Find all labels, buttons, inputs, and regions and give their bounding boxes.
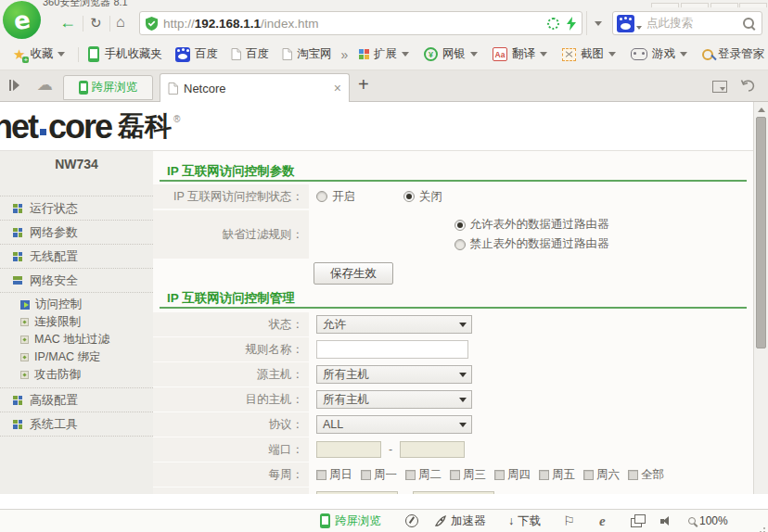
checkbox-icon[interactable] <box>405 470 416 480</box>
port-from-input[interactable] <box>316 441 381 458</box>
page-icon[interactable] <box>231 48 241 60</box>
mobile-favorites-icon[interactable] <box>88 46 99 62</box>
checkbox-icon[interactable] <box>628 470 638 480</box>
weekday-monday[interactable]: 周一 <box>361 467 397 483</box>
search-box[interactable]: 点此搜索 <box>612 11 762 35</box>
checkbox-icon[interactable] <box>539 470 549 480</box>
checkbox-icon[interactable] <box>316 470 326 480</box>
dst-host-select[interactable]: 所有主机 <box>316 390 472 409</box>
speedup-lightning-icon[interactable] <box>567 17 576 31</box>
refresh-icon[interactable]: ↻ <box>90 15 102 32</box>
favorites-star-icon[interactable]: ★ <box>13 46 25 63</box>
back-icon[interactable]: ← <box>59 13 76 32</box>
checkbox-icon[interactable] <box>450 470 460 480</box>
toolbar-banking[interactable]: ¥ 网银 <box>424 46 481 62</box>
toolbar-login-manager[interactable]: 登录管家 <box>702 46 764 62</box>
url-history-dropdown[interactable] <box>586 11 609 35</box>
weekday-tuesday[interactable]: 周二 <box>405 467 442 483</box>
radio-icon[interactable] <box>316 191 327 202</box>
radio-option-deny[interactable]: 禁止表外的数据通过路由器 <box>454 236 609 252</box>
url-field[interactable]: http://192.168.1.1/index.htm <box>139 11 582 35</box>
statusbar-download[interactable]: ↓ 下载 <box>508 510 541 532</box>
statusbar-accelerator[interactable]: 加速器 <box>434 510 486 532</box>
page-icon[interactable] <box>282 48 292 60</box>
sidebar-item-network-security[interactable]: 网络安全 <box>0 268 153 292</box>
sidebar-item-system-tools[interactable]: 系统工具 <box>0 412 153 437</box>
weekday-sunday[interactable]: 周日 <box>316 467 352 483</box>
radio-option-enable[interactable]: 开启 <box>316 189 355 205</box>
bookmark-baidu-2[interactable]: 百度 <box>246 46 269 62</box>
save-button[interactable]: 保存生效 <box>314 262 393 285</box>
radio-option-allow[interactable]: 允许表外的数据通过路由器 <box>454 217 609 233</box>
dropdown-icon[interactable] <box>540 52 547 57</box>
new-tab-icon[interactable]: + <box>358 74 369 95</box>
sidebar-toggle-icon[interactable] <box>9 80 19 91</box>
status-select[interactable]: 允许 <box>316 315 472 334</box>
vertical-scrollbar[interactable] <box>753 102 768 494</box>
weekday-all[interactable]: 全部 <box>628 467 664 483</box>
dropdown-icon[interactable] <box>402 52 409 57</box>
baidu-paw-icon[interactable] <box>617 15 634 32</box>
checkbox-icon[interactable] <box>361 470 371 480</box>
toolbar-screenshot[interactable]: 截图 <box>562 46 620 62</box>
sidebar-item-advanced-config[interactable]: 高级配置 <box>0 387 153 412</box>
weekday-saturday[interactable]: 周六 <box>583 467 620 483</box>
scroll-up-arrow-icon[interactable] <box>758 108 765 112</box>
checkbox-icon[interactable] <box>583 470 594 480</box>
src-host-select[interactable]: 所有主机 <box>316 365 472 384</box>
toolbar-extensions[interactable]: 扩展 <box>359 46 413 62</box>
bookmark-taobao[interactable]: 淘宝网 <box>297 46 332 62</box>
network-speed-icon[interactable] <box>405 510 418 532</box>
baidu-paw-icon[interactable] <box>175 47 190 62</box>
dropdown-icon[interactable] <box>608 52 616 57</box>
site-shield-icon[interactable] <box>146 17 158 31</box>
sidebar-subitem-access-control[interactable]: 访问控制 <box>0 296 153 313</box>
port-to-input[interactable] <box>400 441 465 458</box>
sidebar-subitem-mac-filter[interactable]: MAC 地址过滤 <box>0 331 153 348</box>
radio-icon[interactable] <box>403 191 415 202</box>
sidebar-item-wireless-config[interactable]: 无线配置 <box>0 244 153 268</box>
statusbar-zoom[interactable]: 100% <box>688 510 728 532</box>
toolbar-games[interactable]: 游戏 <box>631 46 691 62</box>
favorites-label[interactable]: 收藏 <box>30 46 53 62</box>
window-mode-icon[interactable] <box>631 510 642 532</box>
radio-icon[interactable] <box>454 220 466 231</box>
weekday-friday[interactable]: 周五 <box>539 467 575 483</box>
bookmark-baidu[interactable]: 百度 <box>195 46 218 62</box>
search-engine-dropdown-icon[interactable] <box>636 26 642 30</box>
radio-option-disable[interactable]: 关闭 <box>403 189 442 205</box>
vertical-scrollbar-thumb[interactable] <box>756 117 766 348</box>
tab-close-icon[interactable]: × <box>334 81 341 95</box>
statusbar-cross-screen[interactable]: 跨屏浏览 <box>320 510 381 532</box>
sidebar-item-network-params[interactable]: 网络参数 <box>0 220 153 244</box>
snapshot-page-icon[interactable] <box>547 18 559 30</box>
compatibility-mode-icon[interactable]: e <box>599 510 606 532</box>
sidebar-subitem-connection-limit[interactable]: 连接限制 <box>0 313 153 331</box>
browser-logo-icon[interactable]: e <box>3 1 41 39</box>
home-icon[interactable]: ⌂ <box>116 14 125 31</box>
cloud-sync-icon[interactable]: ☁ <box>37 75 53 95</box>
favorites-dropdown-icon[interactable] <box>58 52 65 57</box>
dropdown-icon[interactable] <box>470 52 478 57</box>
sidebar-subitem-attack-defense[interactable]: 攻击防御 <box>0 366 153 384</box>
resize-grip[interactable] <box>763 527 765 529</box>
toolbar-translate[interactable]: Aa 翻译 <box>493 46 551 62</box>
reopen-tab-icon[interactable] <box>740 79 756 93</box>
weekday-thursday[interactable]: 周四 <box>494 467 531 483</box>
radio-icon[interactable] <box>454 239 466 250</box>
protocol-select[interactable]: ALL <box>316 415 472 434</box>
cross-screen-tab[interactable]: 跨屏浏览 <box>63 75 153 100</box>
weekday-wednesday[interactable]: 周三 <box>450 467 486 483</box>
sidebar-item-running-status[interactable]: 运行状态 <box>0 196 153 220</box>
dropdown-icon[interactable] <box>680 52 687 57</box>
flag-icon[interactable]: ⚐ <box>563 510 575 532</box>
search-icon[interactable] <box>743 18 754 29</box>
extensions-grid-icon <box>359 49 369 59</box>
rule-name-input[interactable] <box>316 340 468 359</box>
sidebar-subitem-ip-mac-binding[interactable]: IP/MAC 绑定 <box>0 348 153 366</box>
checkbox-icon[interactable] <box>494 470 505 480</box>
bookmark-mobile-favorites[interactable]: 手机收藏夹 <box>104 46 162 62</box>
tab-list-icon[interactable] <box>712 81 727 93</box>
speaker-icon[interactable] <box>660 510 671 532</box>
tab-netcore[interactable]: Netcore × <box>160 73 350 102</box>
